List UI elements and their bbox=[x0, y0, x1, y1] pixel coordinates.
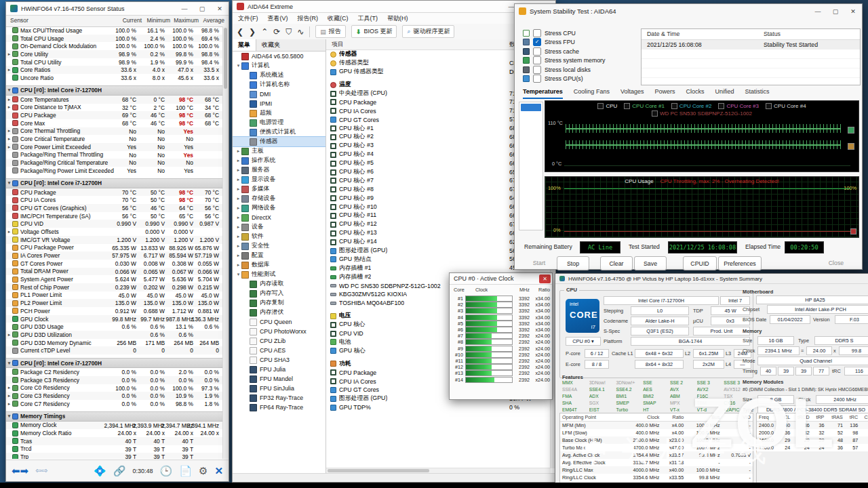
sensor-row[interactable]: PL1 Power Limit45.0 W45.0 W45.0 W45.0 W bbox=[6, 291, 223, 300]
close-button[interactable]: Close bbox=[821, 256, 851, 269]
sensor-row[interactable]: Tcas40 T40 T40 T bbox=[6, 437, 223, 445]
tab-temperatures[interactable]: Temperatures bbox=[523, 88, 563, 99]
sensor-row[interactable]: Core Max68 °C46 °C98 °C68 °C bbox=[6, 119, 223, 127]
sensor-row[interactable]: Memory Clock Ratio24.00 x24.00 x24.00 x2… bbox=[6, 429, 223, 437]
sensor-row[interactable]: GPU Clock99.8 MHz99.7 MHz987.8 MHz136.3 … bbox=[6, 315, 223, 323]
sensor-row[interactable]: Total CPU Usage100.0 %2.4 %100.0 %69.4 % bbox=[6, 35, 223, 43]
tree-item-IPMI[interactable]: IPMI bbox=[233, 99, 326, 108]
maximize-icon[interactable]: ▢ bbox=[827, 8, 844, 15]
report-button[interactable]: ▤报告 bbox=[315, 25, 346, 38]
sensor-row[interactable]: GPU D3D Usage0.6 %0.6 %13.1 %0.6 % bbox=[6, 323, 223, 331]
sensor-row[interactable]: GT Cores Power0.030 W0.008 W0.308 W0.055… bbox=[6, 260, 223, 268]
sensor-row[interactable]: Package/Ring Critical TemperatureNoNoNo bbox=[6, 159, 223, 167]
menu-item[interactable]: 收藏(C) bbox=[328, 14, 349, 23]
legend-checkbox[interactable] bbox=[766, 103, 772, 109]
tree-item-配置[interactable]: ▸配置 bbox=[233, 251, 326, 260]
close-icon[interactable]: ✕ bbox=[539, 274, 551, 283]
stop-button[interactable]: Stop bbox=[557, 256, 589, 270]
reading-row[interactable]: GPU TDP%0 % bbox=[326, 403, 551, 412]
tree-item-AIDA64-v6-50-5800[interactable]: AIDA64 v6.50.5800 bbox=[233, 52, 326, 61]
sensor-row[interactable]: Total DRAM Power0.066 W0.065 W0.067 W0.0… bbox=[6, 268, 223, 276]
stress-option-stress-cpu[interactable]: Stress CPU bbox=[523, 28, 638, 38]
sensor-row[interactable]: On-Demand Clock Modulation100.0 %100.0 %… bbox=[6, 42, 223, 50]
clear-button[interactable]: Clear bbox=[600, 256, 633, 270]
start-button[interactable]: Start bbox=[524, 256, 554, 269]
sensor-row[interactable]: CPU Package69 °C46 °C98 °C68 °C bbox=[6, 111, 223, 119]
sensor-row[interactable]: CPU Package Power65.335 W13.833 W88.926 … bbox=[6, 244, 223, 252]
tree-item-FPU-SinJulia[interactable]: FPU SinJulia bbox=[233, 384, 326, 393]
sensor-row[interactable]: Package C3 Residency0.0 %0.0 %0.0 %0.0 % bbox=[6, 376, 223, 384]
report-icon[interactable]: 📄 bbox=[179, 466, 192, 476]
sensor-row[interactable]: ▸Voltage Offsets0.000 V0.000 V bbox=[6, 228, 223, 236]
legend-checkbox[interactable] bbox=[718, 103, 724, 109]
back-icon[interactable]: ❮ bbox=[237, 27, 243, 37]
legend-checkbox[interactable] bbox=[597, 103, 604, 109]
tree-item-内存复制[interactable]: 内存复制 bbox=[233, 298, 326, 308]
sensor-row[interactable]: PCH Power0.912 W0.688 W1.712 W0.881 W bbox=[6, 307, 223, 315]
tree-item-网络设备[interactable]: ▸网络设备 bbox=[233, 203, 326, 213]
tree-item-显示设备[interactable]: ▸显示设备 bbox=[233, 175, 326, 184]
sensor-row[interactable]: ▸Core Utility98.9 %0.2 %99.8 %98.8 % bbox=[6, 50, 223, 58]
maximize-icon[interactable]: ▢ bbox=[193, 5, 211, 12]
sensor-row[interactable]: ▸Core Critical TemperatureNoNoNo bbox=[6, 135, 223, 143]
tree-item-CPU-SHA3[interactable]: CPU SHA3 bbox=[233, 355, 326, 365]
sensor-row[interactable]: GPU D3D Memory Dynamic256 MB171 MB264 MB… bbox=[6, 339, 223, 347]
legend-checkbox[interactable] bbox=[671, 103, 677, 109]
checkbox[interactable] bbox=[533, 75, 541, 83]
tab-cooling-fans[interactable]: Cooling Fans bbox=[574, 88, 610, 99]
sensor-row[interactable]: Max CPU/Thread Usage100.0 %16.1 %100.0 %… bbox=[6, 26, 223, 35]
tree-item-主板[interactable]: ▸主板 bbox=[233, 146, 326, 156]
close-icon[interactable]: ✕ bbox=[211, 5, 229, 12]
stress-option-stress-local-disks[interactable]: Stress local disks bbox=[523, 65, 638, 75]
active-clock-titlebar[interactable]: CPU #0 · Active Clock ✕ bbox=[450, 273, 552, 285]
tree-item-便携式计算机[interactable]: 便携式计算机 bbox=[233, 127, 326, 137]
sensor-row[interactable]: IA Cores Power57.975 W6.717 W85.594 W57.… bbox=[6, 251, 223, 260]
sensor-row[interactable]: ▸Core C7 Residency0.0 %0.0 %98.8 %1.8 % bbox=[6, 400, 223, 408]
sensor-row[interactable]: Package/Ring Thermal ThrottlingNoNoYes bbox=[6, 151, 223, 159]
sensor-row[interactable]: System Agent Power5.624 W5.477 W5.636 W5… bbox=[6, 275, 223, 283]
tree-item-计算机名称[interactable]: 计算机名称 bbox=[233, 80, 326, 89]
driver-update-button[interactable]: ⌕驱动程序更新 bbox=[402, 25, 454, 38]
checkbox[interactable]: ✓ bbox=[533, 38, 541, 46]
sensor-row[interactable]: Package C2 Residency0.0 %0.0 %2.0 %0.0 % bbox=[6, 368, 223, 376]
forward-icon[interactable]: ❯ bbox=[249, 27, 256, 37]
graph-sensor-list[interactable] bbox=[519, 102, 543, 230]
tree-item-CPU-ZLib[interactable]: CPU ZLib bbox=[233, 336, 326, 346]
hwinfo-scrollbar[interactable] bbox=[222, 26, 229, 459]
sensor-group-header[interactable]: ▾CPU [#0]: Intel Core i7-12700H bbox=[6, 85, 223, 96]
selected-sensor-item[interactable] bbox=[521, 104, 541, 111]
nav-arrows-icon[interactable]: ⬅➡ bbox=[12, 466, 28, 476]
clock-icon[interactable]: 🕒 bbox=[160, 466, 173, 476]
sensor-row[interactable]: Memory Clock2,394.1 MHz2,393.9 MHz2,394.… bbox=[6, 422, 223, 430]
tab-statistics[interactable]: Statistics bbox=[745, 88, 769, 99]
user-icon[interactable]: ⛉ bbox=[285, 27, 292, 37]
sensor-row[interactable]: IMC/PCH Temperature (SA)56 °C50 °C65 °C5… bbox=[6, 212, 223, 220]
sensor-row[interactable]: ▸GPU D3D Utilization0.6 %0.6 % bbox=[6, 331, 223, 339]
tree-item-多媒体[interactable]: ▸多媒体 bbox=[233, 184, 326, 194]
exit-icon[interactable]: ✕ bbox=[214, 466, 223, 476]
stress-option-stress-fpu[interactable]: ✓Stress FPU bbox=[523, 38, 638, 47]
sensor-row[interactable]: Uncore Ratio33.6 x8.0 x45.6 x33.6 x bbox=[6, 74, 223, 82]
sensor-group-header[interactable]: ▾CPU [#0]: Intel Core i7-12700H bbox=[6, 178, 223, 188]
sensor-row[interactable]: IMC/GT VR Voltage1.200 V1.200 V1.200 V1.… bbox=[6, 236, 223, 244]
preferences-button[interactable]: Preferences bbox=[718, 256, 762, 270]
stress-option-stress-system-memory[interactable]: Stress system memory bbox=[523, 56, 638, 66]
stability-titlebar[interactable]: System Stability Test : AIDA64 — ▢ ✕ bbox=[515, 4, 862, 18]
tree-item-DMI[interactable]: DMI bbox=[233, 89, 326, 99]
tree-item-内存潜伏[interactable]: 内存潜伏 bbox=[233, 308, 326, 317]
cpu-select-dropdown[interactable]: CPU #0 ▾ bbox=[566, 337, 601, 346]
menu-item[interactable]: 帮助(H) bbox=[387, 14, 408, 23]
tree-item-服务器[interactable]: ▸服务器 bbox=[233, 165, 326, 175]
sensor-row[interactable]: CPU VID0.990 V0.990 V0.990 V0.987 V bbox=[6, 220, 223, 228]
sensor-row[interactable]: ▸Core C3 Residency0.0 %0.0 %10.9 %1.9 % bbox=[6, 392, 223, 400]
log-row[interactable]: 2021/12/25 16:08:08 Stability Test Start… bbox=[642, 40, 860, 49]
menu-item[interactable]: 工具(T) bbox=[358, 14, 378, 23]
tab-voltages[interactable]: Voltages bbox=[620, 88, 644, 99]
aida64-titlebar[interactable]: AIDA64 Extreme — ▢ ✕ bbox=[233, 1, 555, 13]
sensor-row[interactable]: Trcd39 T39 T39 T bbox=[6, 445, 223, 453]
sensor-row[interactable]: Package/Ring Power Limit ExceededYesNoYe… bbox=[6, 167, 223, 175]
sensor-row[interactable]: ▸Core Distance to TjMAX32 °C2 °C100 °C34… bbox=[6, 104, 223, 112]
tree-item-数据库[interactable]: ▸数据库 bbox=[233, 260, 326, 270]
tree-item-内存读取[interactable]: 内存读取 bbox=[233, 279, 326, 289]
legend-checkbox[interactable] bbox=[652, 110, 658, 117]
